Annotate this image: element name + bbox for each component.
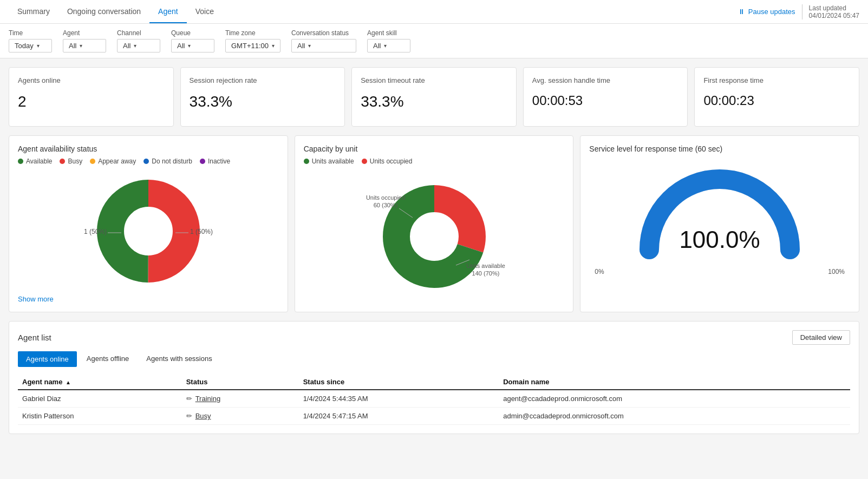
capacity-label-available: Units available xyxy=(466,263,505,269)
gauge-label-0: 0% xyxy=(595,268,604,275)
agent-status-since-cell: 1/4/2024 5:44:35 AM xyxy=(299,390,499,408)
availability-donut-svg: 1 (50%) 1 (50%) xyxy=(78,172,219,291)
top-navigation: Summary Ongoing conversation Agent Voice… xyxy=(0,0,868,24)
legend-busy-label: Busy xyxy=(68,158,82,165)
legend-inactive-dot xyxy=(200,159,205,164)
filter-conv-status-label: Conversation status xyxy=(291,29,356,37)
filter-agent: Agent All ▾ xyxy=(63,29,106,53)
agent-list-section: Agent list Detailed view Agents online A… xyxy=(9,321,859,434)
edit-status-icon[interactable]: ✏ xyxy=(186,412,192,420)
availability-chart-card: Agent availability status Available Busy… xyxy=(9,135,288,312)
sort-arrow-icon: ▲ xyxy=(66,379,71,385)
filter-conversation-status: Conversation status All ▾ xyxy=(291,29,356,53)
col-agent-name: Agent name ▲ xyxy=(18,375,182,390)
status-badge[interactable]: Busy xyxy=(195,412,211,420)
filter-timezone-label: Time zone xyxy=(225,29,280,37)
status-cell-content: ✏ Training xyxy=(186,395,295,403)
gauge-value-text: 100.0% xyxy=(680,226,760,253)
filter-time-select[interactable]: Today ▾ xyxy=(9,39,52,53)
filter-time-value: Today xyxy=(15,42,34,50)
agent-domain-cell: agent@ccadadeprod.onmicrosoft.com xyxy=(499,390,850,408)
agent-status-since-cell: 1/4/2024 5:47:15 AM xyxy=(299,408,499,425)
last-updated-label: Last updated xyxy=(809,4,859,12)
metric-agents-online-value: 2 xyxy=(18,93,165,110)
legend-busy: Busy xyxy=(60,158,82,165)
legend-appear-away-dot xyxy=(90,159,95,164)
filter-channel-value: All xyxy=(123,42,130,50)
tab-ongoing-conversation[interactable]: Ongoing conversation xyxy=(58,0,149,23)
filter-queue: Queue All ▾ xyxy=(171,29,214,53)
availability-donut-wrapper: 1 (50%) 1 (50%) xyxy=(18,172,279,291)
legend-appear-away-label: Appear away xyxy=(98,158,136,165)
pause-updates-button[interactable]: ⏸ Pause updates xyxy=(738,8,795,16)
agent-name-cell: Gabriel Diaz xyxy=(18,390,182,408)
col-domain-name: Domain name xyxy=(499,375,850,390)
donut-label-right: 1 (50%) xyxy=(190,228,213,235)
agent-status-cell: ✏ Busy xyxy=(182,408,299,425)
tab-agents-online[interactable]: Agents online xyxy=(18,351,77,367)
filter-time-arrow: ▾ xyxy=(37,43,40,49)
legend-units-avail-label: Units available xyxy=(312,158,354,165)
filter-queue-value: All xyxy=(177,42,185,50)
tab-agents-with-sessions[interactable]: Agents with sessions xyxy=(139,351,219,367)
filter-time: Time Today ▾ xyxy=(9,29,52,53)
legend-appear-away: Appear away xyxy=(90,158,136,165)
tab-summary[interactable]: Summary xyxy=(9,0,58,23)
charts-row: Agent availability status Available Busy… xyxy=(9,135,859,312)
capacity-label-occupied: Units occupied xyxy=(366,194,404,201)
filter-channel-label: Channel xyxy=(117,29,160,37)
metric-response-value: 00:00:23 xyxy=(703,93,850,108)
agent-table: Agent name ▲ Status Status since Domain … xyxy=(18,375,850,425)
filter-timezone-select[interactable]: GMT+11:00 ▾ xyxy=(225,39,280,53)
filter-queue-label: Queue xyxy=(171,29,214,37)
capacity-chart-title: Capacity by unit xyxy=(304,145,565,153)
filter-conv-status-value: All xyxy=(297,42,305,50)
filter-channel: Channel All ▾ xyxy=(117,29,160,53)
tab-voice[interactable]: Voice xyxy=(187,0,223,23)
col-status: Status xyxy=(182,375,299,390)
metric-timeout-value: 33.3% xyxy=(361,93,507,110)
metric-agents-online: Agents online 2 xyxy=(9,67,174,127)
filter-agent-skill-select[interactable]: All ▾ xyxy=(367,39,410,53)
metric-handle-value: 00:00:53 xyxy=(532,93,679,108)
top-right-controls: ⏸ Pause updates Last updated 04/01/2024 … xyxy=(738,4,859,19)
gauge-svg: 100.0% xyxy=(633,158,806,266)
service-level-chart-card: Service level for response time (60 sec)… xyxy=(580,135,859,312)
legend-dnd-label: Do not disturb xyxy=(152,158,192,165)
filter-conv-status-select[interactable]: All ▾ xyxy=(291,39,356,53)
agent-status-cell: ✏ Training xyxy=(182,390,299,408)
agent-list-tabs: Agents online Agents offline Agents with… xyxy=(18,351,850,367)
legend-available-dot xyxy=(18,159,23,164)
legend-units-occ-label: Units occupied xyxy=(370,158,413,165)
tab-agent[interactable]: Agent xyxy=(149,0,187,23)
svg-point-7 xyxy=(410,213,458,260)
svg-text:140 (70%): 140 (70%) xyxy=(472,270,499,277)
table-row: Gabriel Diaz ✏ Training 1/4/2024 5:44:35… xyxy=(18,390,850,408)
metric-rejection-value: 33.3% xyxy=(190,93,336,110)
filter-agent-skill-arrow: ▾ xyxy=(384,43,387,49)
agent-domain-cell: admin@ccadadeprod.onmicrosoft.com xyxy=(499,408,850,425)
tab-agents-offline[interactable]: Agents offline xyxy=(79,351,137,367)
pause-icon: ⏸ xyxy=(738,8,745,16)
filter-agent-select[interactable]: All ▾ xyxy=(63,39,106,53)
availability-legend: Available Busy Appear away Do not distur… xyxy=(18,158,279,165)
show-more-button[interactable]: Show more xyxy=(18,295,54,303)
filter-queue-select[interactable]: All ▾ xyxy=(171,39,214,53)
legend-do-not-disturb: Do not disturb xyxy=(143,158,192,165)
svg-text:60 (30%): 60 (30%) xyxy=(373,202,397,208)
filter-timezone: Time zone GMT+11:00 ▾ xyxy=(225,29,280,53)
edit-status-icon[interactable]: ✏ xyxy=(186,395,192,403)
last-updated: Last updated 04/01/2024 05:47 xyxy=(802,4,859,19)
donut-label-left: 1 (50%) xyxy=(84,228,107,235)
col-status-since: Status since xyxy=(299,375,499,390)
filter-agent-value: All xyxy=(69,42,76,50)
filter-channel-select[interactable]: All ▾ xyxy=(117,39,160,53)
filter-channel-arrow: ▾ xyxy=(134,43,136,49)
filter-agent-skill-value: All xyxy=(373,42,381,50)
capacity-legend: Units available Units occupied xyxy=(304,158,565,165)
status-badge[interactable]: Training xyxy=(195,395,220,403)
filter-timezone-value: GMT+11:00 xyxy=(231,42,269,50)
detailed-view-button[interactable]: Detailed view xyxy=(792,330,850,345)
svg-point-2 xyxy=(125,207,172,255)
table-row: Kristin Patterson ✏ Busy 1/4/2024 5:47:1… xyxy=(18,408,850,425)
